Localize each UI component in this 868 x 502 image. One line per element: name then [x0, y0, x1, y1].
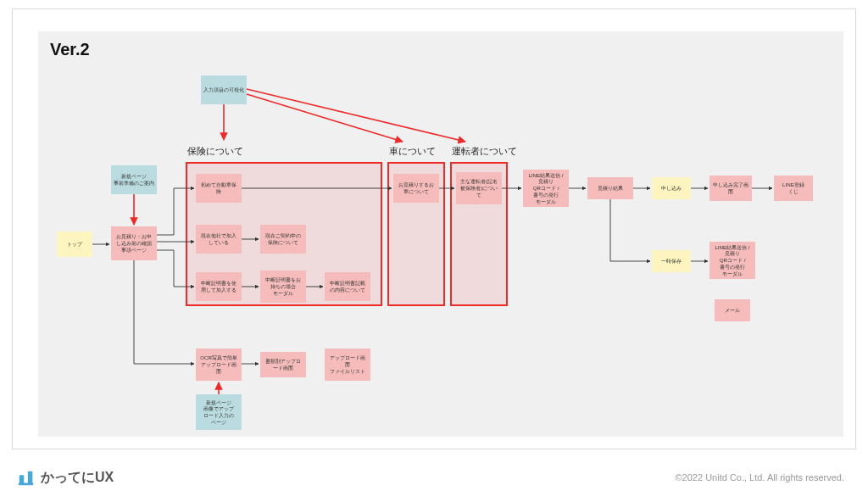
- brand-text: かってにUX: [41, 469, 114, 487]
- footer: かってにUX ©2022 Unitd Co., Ltd. All rights …: [0, 458, 868, 502]
- node-main-driver[interactable]: 主な運転者(記名被保険者)について: [456, 172, 502, 204]
- node-use-interrupt[interactable]: 中断証明書を使用して加入する: [196, 272, 242, 301]
- group-label-driver: 運転者について: [452, 145, 517, 158]
- node-ocr-upload[interactable]: OCR写真で簡単アップロード画面: [196, 349, 242, 381]
- node-upload-list[interactable]: アップロード画面ファイルリスト: [325, 349, 370, 381]
- node-car-quote[interactable]: お見積りするお車について: [393, 174, 439, 203]
- node-apply-done[interactable]: 申し込み完了画面: [709, 176, 752, 201]
- brand: かってにUX: [17, 468, 114, 487]
- node-confirm[interactable]: お見積り・お申し込み前の確認事項ページ: [111, 226, 157, 260]
- node-apply[interactable]: 申し込み: [652, 177, 691, 199]
- svg-line-1: [247, 94, 403, 142]
- group-label-insurance: 保険について: [187, 145, 243, 158]
- node-doc-upload[interactable]: 書類別アップロード画面: [260, 352, 306, 377]
- svg-rect-20: [28, 471, 33, 485]
- node-line-lottery[interactable]: LINE登録くじ: [774, 176, 813, 201]
- diagram-title: Ver.2: [50, 40, 90, 59]
- copyright: ©2022 Unitd Co., Ltd. All rights reserve…: [676, 472, 844, 482]
- node-new-guide[interactable]: 新規ページ事前準備のご案内: [111, 165, 157, 194]
- node-have-interrupt[interactable]: 中断証明書をお持ちの場合モーダル: [260, 271, 306, 303]
- node-temp-save[interactable]: 一時保存: [652, 250, 691, 272]
- svg-line-2: [247, 89, 465, 142]
- group-label-car: 車について: [389, 145, 436, 158]
- node-current-contract[interactable]: 現在ご契約中の保険について: [260, 225, 306, 254]
- node-first-car[interactable]: 初めて自動車保険: [196, 174, 242, 203]
- node-top[interactable]: トップ: [57, 231, 92, 257]
- node-quote-result[interactable]: 見積り結果: [587, 177, 633, 199]
- node-input-visualization[interactable]: 入力項目の可視化: [201, 75, 247, 104]
- node-line-result-1[interactable]: LINE結果送信 /見積りQRコード /番号の発行モーダル: [523, 170, 569, 207]
- canvas: Ver.2 保険について 車について 運転者について 入力項目の可視化 トップ …: [38, 31, 843, 437]
- node-interrupt-content[interactable]: 中断証明書記載の内容について: [325, 272, 370, 301]
- svg-rect-21: [19, 482, 33, 485]
- node-new-upload-page[interactable]: 新規ページ画像でアップロード入力のページ: [196, 394, 242, 430]
- brand-logo-icon: [17, 468, 36, 487]
- node-mail[interactable]: メール: [715, 299, 750, 321]
- node-joined-other[interactable]: 現在他社で加入している: [196, 225, 242, 254]
- node-line-result-2[interactable]: LINE結果送信 /見積りQRコード /番号の発行モーダル: [709, 242, 755, 279]
- frame-outer: Ver.2 保険について 車について 運転者について 入力項目の可視化 トップ …: [12, 8, 856, 449]
